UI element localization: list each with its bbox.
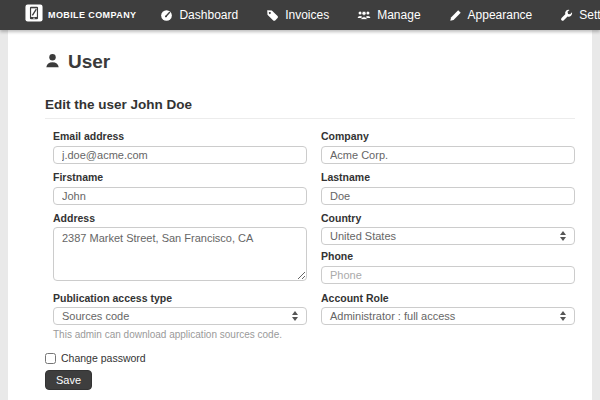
change-password-checkbox[interactable]: [45, 353, 56, 364]
nav-item-dashboard[interactable]: Dashboard: [146, 0, 252, 30]
select-arrows-icon: [292, 311, 298, 321]
nav-label: Settings: [579, 8, 600, 22]
nav-item-appearance[interactable]: Appearance: [435, 0, 547, 30]
brand-logo-icon: [25, 4, 43, 26]
phone-input[interactable]: [321, 266, 575, 284]
publication-access-label: Publication access type: [53, 293, 307, 304]
account-role-select[interactable]: Administrator : full access: [321, 307, 575, 325]
nav-label: Invoices: [285, 8, 329, 22]
publication-access-group: Publication access type Sources code Thi…: [53, 293, 307, 340]
nav-item-manage[interactable]: Manage: [343, 0, 434, 30]
country-label: Country: [321, 213, 575, 224]
nav-label: Manage: [377, 8, 420, 22]
account-role-label: Account Role: [321, 293, 575, 304]
brand[interactable]: MOBILE COMPANY: [25, 4, 136, 26]
main-content: User Edit the user John Doe Email addres…: [8, 30, 592, 400]
company-label: Company: [321, 131, 575, 142]
lastname-label: Lastname: [321, 172, 575, 183]
lastname-field-group: Lastname: [321, 172, 575, 205]
wrench-icon: [560, 9, 573, 22]
lastname-input[interactable]: [321, 187, 575, 205]
pencil-icon: [449, 9, 462, 22]
brand-name: MOBILE COMPANY: [48, 10, 136, 20]
email-input[interactable]: [53, 146, 307, 164]
edit-user-form: Email address Company Firstname Lastname…: [45, 131, 575, 340]
user-icon: [45, 51, 60, 73]
select-arrows-icon: [560, 231, 566, 241]
country-select[interactable]: United States: [321, 227, 575, 245]
company-field-group: Company: [321, 131, 575, 164]
firstname-label: Firstname: [53, 172, 307, 183]
publication-access-select[interactable]: Sources code: [53, 307, 307, 325]
nav-label: Dashboard: [179, 8, 238, 22]
tachometer-icon: [160, 9, 173, 22]
account-role-group: Account Role Administrator : full access: [321, 293, 575, 325]
address-field-group: Address 2387 Market Street, San Francisc…: [53, 213, 307, 285]
company-input[interactable]: [321, 146, 575, 164]
email-field-group: Email address: [53, 131, 307, 164]
tags-icon: [266, 9, 279, 22]
page-title: User: [45, 30, 575, 73]
address-label: Address: [53, 213, 307, 224]
edit-user-section-title: Edit the user John Doe: [45, 97, 575, 119]
select-arrows-icon: [560, 311, 566, 321]
firstname-input[interactable]: [53, 187, 307, 205]
nav-label: Appearance: [468, 8, 533, 22]
nav-item-invoices[interactable]: Invoices: [252, 0, 343, 30]
firstname-field-group: Firstname: [53, 172, 307, 205]
change-password-row: Change password: [45, 352, 575, 364]
address-textarea[interactable]: 2387 Market Street, San Francisco, CA: [53, 227, 307, 281]
phone-label: Phone: [321, 251, 575, 262]
top-navbar: MOBILE COMPANY Dashboard Invoices: [0, 0, 600, 30]
nav-item-settings[interactable]: Settings: [546, 0, 600, 30]
publication-access-help: This admin can download application sour…: [53, 329, 307, 340]
email-label: Email address: [53, 131, 307, 142]
country-phone-group: Country United States Phone: [321, 213, 575, 284]
change-password-label: Change password: [61, 352, 146, 364]
save-button[interactable]: Save: [45, 370, 92, 390]
users-icon: [357, 9, 371, 21]
